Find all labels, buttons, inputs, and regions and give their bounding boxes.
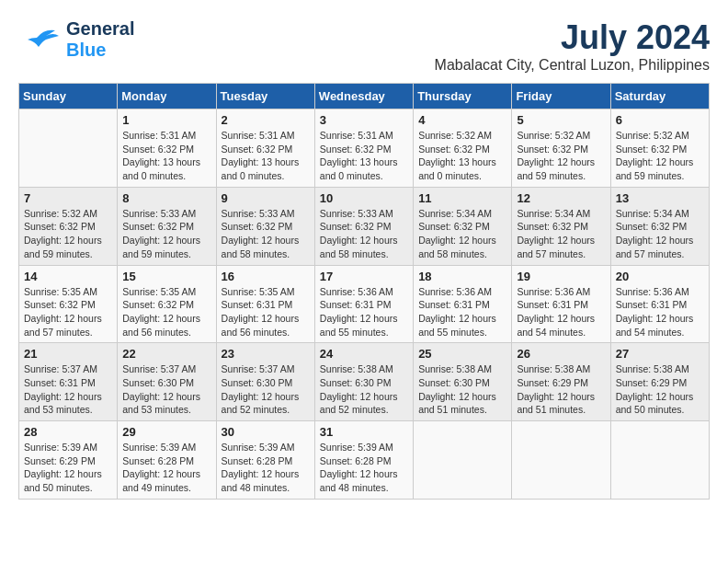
daylight-text: Daylight: 13 hours and 0 minutes. (222, 155, 310, 182)
day-number: 29 (122, 425, 210, 439)
daylight-text: Daylight: 12 hours and 56 minutes. (222, 312, 310, 339)
sunrise-text: Sunrise: 5:32 AM (418, 129, 506, 143)
day-info: Sunrise: 5:38 AMSunset: 6:29 PMDaylight:… (517, 362, 605, 417)
weekday-header-thursday: Thursday (414, 84, 512, 109)
sunrise-text: Sunrise: 5:33 AM (222, 207, 310, 221)
day-number: 16 (222, 270, 310, 283)
sunrise-text: Sunrise: 5:36 AM (418, 285, 506, 299)
day-number: 6 (616, 113, 704, 127)
daylight-text: Daylight: 13 hours and 0 minutes. (320, 155, 408, 182)
daylight-text: Daylight: 12 hours and 51 minutes. (517, 390, 605, 417)
daylight-text: Daylight: 12 hours and 57 minutes. (24, 312, 112, 339)
calendar-cell: 19Sunrise: 5:36 AMSunset: 6:31 PMDayligh… (512, 265, 610, 343)
calendar-cell: 4Sunrise: 5:32 AMSunset: 6:32 PMDaylight… (414, 109, 512, 188)
weekday-header-tuesday: Tuesday (216, 84, 314, 109)
daylight-text: Daylight: 12 hours and 59 minutes. (517, 155, 605, 182)
day-number: 17 (320, 270, 408, 283)
sunrise-text: Sunrise: 5:35 AM (24, 285, 112, 299)
day-info: Sunrise: 5:31 AMSunset: 6:32 PMDaylight:… (122, 129, 210, 183)
logo-text: General Blue (66, 18, 134, 61)
sunset-text: Sunset: 6:29 PM (616, 376, 704, 390)
daylight-text: Daylight: 12 hours and 59 minutes. (24, 234, 112, 260)
sunrise-text: Sunrise: 5:39 AM (222, 441, 310, 454)
calendar-cell: 26Sunrise: 5:38 AMSunset: 6:29 PMDayligh… (512, 343, 610, 421)
day-number: 12 (517, 191, 605, 205)
sunrise-text: Sunrise: 5:34 AM (517, 207, 605, 221)
day-info: Sunrise: 5:34 AMSunset: 6:32 PMDaylight:… (616, 207, 704, 261)
sunrise-text: Sunrise: 5:33 AM (320, 207, 408, 221)
calendar-cell: 30Sunrise: 5:39 AMSunset: 6:28 PMDayligh… (216, 421, 314, 500)
daylight-text: Daylight: 12 hours and 58 minutes. (320, 234, 408, 260)
sunset-text: Sunset: 6:28 PM (122, 454, 210, 468)
sunset-text: Sunset: 6:30 PM (122, 376, 210, 390)
sunset-text: Sunset: 6:28 PM (222, 454, 310, 468)
day-info: Sunrise: 5:35 AMSunset: 6:31 PMDaylight:… (222, 285, 310, 339)
sunrise-text: Sunrise: 5:31 AM (222, 129, 310, 143)
daylight-text: Daylight: 12 hours and 53 minutes. (24, 390, 112, 417)
day-number: 5 (517, 113, 605, 127)
sunset-text: Sunset: 6:32 PM (222, 220, 310, 234)
sunrise-text: Sunrise: 5:36 AM (517, 285, 605, 299)
day-number: 31 (320, 425, 408, 439)
daylight-text: Daylight: 12 hours and 49 minutes. (122, 467, 210, 494)
title-block: July 2024 Mabalacat City, Central Luzon,… (435, 18, 710, 74)
day-info: Sunrise: 5:39 AMSunset: 6:28 PMDaylight:… (122, 441, 210, 495)
day-number: 30 (222, 425, 310, 439)
calendar-cell: 2Sunrise: 5:31 AMSunset: 6:32 PMDaylight… (216, 109, 314, 188)
day-number: 3 (320, 113, 408, 127)
sub-title: Mabalacat City, Central Luzon, Philippin… (435, 57, 710, 74)
day-number: 18 (418, 270, 506, 283)
daylight-text: Daylight: 12 hours and 48 minutes. (320, 467, 408, 494)
daylight-text: Daylight: 12 hours and 52 minutes. (222, 390, 310, 417)
day-info: Sunrise: 5:31 AMSunset: 6:32 PMDaylight:… (320, 129, 408, 183)
daylight-text: Daylight: 12 hours and 54 minutes. (517, 312, 605, 339)
sunrise-text: Sunrise: 5:35 AM (122, 285, 210, 299)
sunset-text: Sunset: 6:32 PM (418, 220, 506, 234)
sunrise-text: Sunrise: 5:36 AM (320, 285, 408, 299)
weekday-header-sunday: Sunday (19, 84, 118, 109)
day-number: 25 (418, 347, 506, 361)
daylight-text: Daylight: 12 hours and 51 minutes. (418, 390, 506, 417)
sunrise-text: Sunrise: 5:38 AM (517, 362, 605, 376)
day-info: Sunrise: 5:39 AMSunset: 6:28 PMDaylight:… (222, 441, 310, 495)
day-info: Sunrise: 5:37 AMSunset: 6:30 PMDaylight:… (222, 362, 310, 417)
day-info: Sunrise: 5:36 AMSunset: 6:31 PMDaylight:… (320, 285, 408, 339)
calendar-cell: 12Sunrise: 5:34 AMSunset: 6:32 PMDayligh… (512, 187, 610, 265)
day-info: Sunrise: 5:31 AMSunset: 6:32 PMDaylight:… (222, 129, 310, 183)
day-number: 8 (122, 191, 210, 205)
sunset-text: Sunset: 6:32 PM (24, 220, 112, 234)
day-number: 7 (24, 191, 112, 205)
calendar-cell: 7Sunrise: 5:32 AMSunset: 6:32 PMDaylight… (19, 187, 118, 265)
day-info: Sunrise: 5:38 AMSunset: 6:30 PMDaylight:… (320, 362, 408, 417)
calendar-cell: 14Sunrise: 5:35 AMSunset: 6:32 PMDayligh… (19, 265, 118, 343)
weekday-header-wednesday: Wednesday (314, 84, 413, 109)
calendar-cell: 10Sunrise: 5:33 AMSunset: 6:32 PMDayligh… (314, 187, 413, 265)
sunrise-text: Sunrise: 5:32 AM (24, 207, 112, 221)
daylight-text: Daylight: 12 hours and 50 minutes. (616, 390, 704, 417)
calendar-week-4: 21Sunrise: 5:37 AMSunset: 6:31 PMDayligh… (19, 343, 710, 421)
sunset-text: Sunset: 6:31 PM (616, 298, 704, 312)
calendar-header-row: SundayMondayTuesdayWednesdayThursdayFrid… (19, 84, 710, 109)
day-info: Sunrise: 5:35 AMSunset: 6:32 PMDaylight:… (24, 285, 112, 339)
day-info: Sunrise: 5:37 AMSunset: 6:31 PMDaylight:… (24, 362, 112, 417)
daylight-text: Daylight: 12 hours and 50 minutes. (24, 467, 112, 494)
day-number: 22 (122, 347, 210, 361)
sunrise-text: Sunrise: 5:39 AM (122, 441, 210, 454)
sunset-text: Sunset: 6:32 PM (616, 220, 704, 234)
day-number: 14 (24, 270, 112, 283)
sunrise-text: Sunrise: 5:33 AM (122, 207, 210, 221)
daylight-text: Daylight: 12 hours and 59 minutes. (122, 234, 210, 260)
sunset-text: Sunset: 6:32 PM (24, 298, 112, 312)
sunset-text: Sunset: 6:31 PM (222, 298, 310, 312)
day-info: Sunrise: 5:32 AMSunset: 6:32 PMDaylight:… (418, 129, 506, 183)
sunrise-text: Sunrise: 5:39 AM (320, 441, 408, 454)
daylight-text: Daylight: 12 hours and 57 minutes. (517, 234, 605, 260)
calendar-cell (19, 109, 118, 188)
day-number: 2 (222, 113, 310, 127)
day-info: Sunrise: 5:33 AMSunset: 6:32 PMDaylight:… (320, 207, 408, 261)
day-number: 26 (517, 347, 605, 361)
day-info: Sunrise: 5:36 AMSunset: 6:31 PMDaylight:… (616, 285, 704, 339)
calendar-cell: 5Sunrise: 5:32 AMSunset: 6:32 PMDaylight… (512, 109, 610, 188)
day-number: 23 (222, 347, 310, 361)
calendar-cell (512, 421, 610, 500)
